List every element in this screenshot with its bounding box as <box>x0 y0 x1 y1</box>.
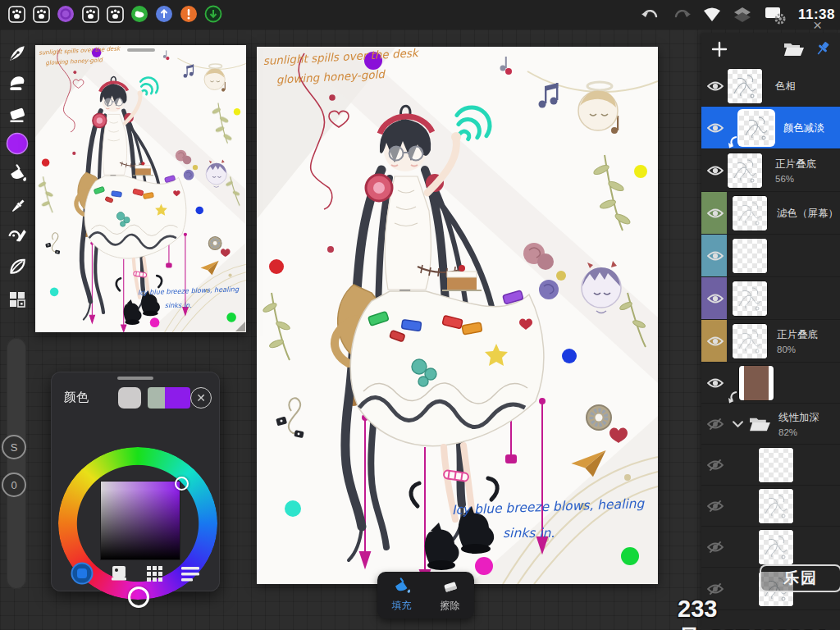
clipping-mask-arrow-icon <box>727 390 738 404</box>
pen-tool[interactable] <box>3 39 31 67</box>
layer-visibility-toggle[interactable] <box>707 541 724 554</box>
add-layer-button[interactable] <box>711 41 728 57</box>
layer-row[interactable] <box>701 486 840 527</box>
layer-thumbnail[interactable] <box>759 530 793 564</box>
artwork <box>257 47 658 584</box>
redo-icon[interactable] <box>672 7 692 22</box>
green-download-app-icon <box>203 4 223 24</box>
layer-row[interactable]: 正片叠底56% <box>701 149 840 192</box>
layer-row[interactable] <box>701 235 840 277</box>
green-cloud-app-icon <box>130 4 149 24</box>
main-canvas[interactable] <box>257 47 658 584</box>
layer-visibility-toggle[interactable] <box>707 377 724 389</box>
erase-label: 擦除 <box>441 599 460 613</box>
color-swatch-single[interactable] <box>118 387 141 409</box>
preview-resize-handle[interactable] <box>235 322 245 331</box>
fill-bucket-tool[interactable] <box>3 161 31 189</box>
layer-visibility-toggle[interactable] <box>707 208 724 219</box>
layer-row[interactable]: 色相 <box>701 66 840 107</box>
drawing-app: sunlight spills over the desk glowing ho… <box>0 0 840 630</box>
layers-header <box>701 33 840 66</box>
layer-visibility-toggle[interactable] <box>707 293 724 304</box>
erase-mode-button[interactable]: 擦除 <box>426 572 474 619</box>
mixer-brush-tool[interactable] <box>3 221 31 249</box>
layer-thumbnail[interactable] <box>733 196 767 231</box>
layer-visibility-toggle[interactable] <box>707 418 724 431</box>
new-folder-button[interactable] <box>783 42 805 57</box>
chevron-down-icon[interactable] <box>733 420 743 427</box>
marker-tool[interactable] <box>3 70 31 98</box>
watermark-id-text: 233号:227428231 <box>678 596 840 630</box>
layer-row[interactable] <box>701 445 840 486</box>
layer-thumbnail[interactable] <box>739 366 774 400</box>
layer-thumbnail[interactable] <box>733 281 767 316</box>
layer-visibility-toggle[interactable] <box>707 582 724 596</box>
layer-thumbnail[interactable] <box>733 239 767 273</box>
group-folder-icon <box>749 416 771 431</box>
slider-o-button[interactable]: 0 <box>2 472 26 497</box>
color-panel: 颜色 ✕ <box>51 372 220 591</box>
layer-thumbnail[interactable] <box>733 324 767 358</box>
current-color-swatch[interactable] <box>3 130 31 158</box>
watermark-badge: 乐园 <box>760 564 840 592</box>
paw-app-icon <box>80 4 100 24</box>
layer-thumbnail[interactable] <box>739 111 774 145</box>
layer-visibility-toggle[interactable] <box>707 250 724 262</box>
sv-selector[interactable] <box>175 477 189 491</box>
layer-thumbnail[interactable] <box>728 69 762 103</box>
panel-drag-handle[interactable] <box>117 377 153 380</box>
paw-app-icon <box>7 4 26 24</box>
color-panel-title: 颜色 <box>64 390 89 405</box>
eraser-icon <box>441 578 460 597</box>
layer-row[interactable] <box>701 277 840 320</box>
layer-row-selected[interactable]: 颜色减淡 <box>701 107 840 149</box>
cast-layers-icon <box>733 7 752 23</box>
layer-visibility-toggle[interactable] <box>707 122 724 134</box>
layer-visibility-toggle[interactable] <box>707 459 724 472</box>
layer-visibility-toggle[interactable] <box>707 80 724 92</box>
clipping-mask-arrow-icon <box>727 135 738 148</box>
slider-s-button[interactable]: S <box>2 435 26 459</box>
quick-action-bar: 填充 擦除 <box>377 572 474 619</box>
paw-app-icon <box>31 4 51 24</box>
close-color-panel-button[interactable]: ✕ <box>190 387 212 409</box>
color-mode-palette[interactable] <box>144 564 164 583</box>
color-mode-disc[interactable] <box>71 562 94 585</box>
vector-leaf-tool[interactable] <box>3 253 31 281</box>
pin-panel-button[interactable] <box>815 40 831 57</box>
layer-visibility-toggle[interactable] <box>707 500 724 513</box>
undo-icon[interactable] <box>641 7 660 22</box>
layer-thumbnail[interactable] <box>728 153 762 188</box>
fill-label: 填充 <box>392 599 412 613</box>
wifi-icon <box>703 7 721 22</box>
orange-alert-app-icon <box>179 4 199 24</box>
screenshot-gear-icon <box>764 5 787 25</box>
color-mode-values[interactable] <box>180 564 201 583</box>
layer-visibility-toggle[interactable] <box>707 336 724 347</box>
close-icon[interactable]: × <box>813 16 822 34</box>
layer-group-row[interactable]: 线性加深82% <box>701 404 840 445</box>
fill-mode-button[interactable]: 填充 <box>377 572 426 619</box>
layer-row[interactable] <box>701 363 840 404</box>
tool-grid[interactable] <box>3 285 31 313</box>
preview-drag-handle[interactable] <box>127 48 155 52</box>
color-swatch-pair[interactable] <box>148 387 190 409</box>
hue-selector[interactable] <box>128 587 149 608</box>
eraser-tool[interactable] <box>3 100 31 128</box>
layer-row[interactable] <box>701 527 840 568</box>
layer-row[interactable]: 滤色（屏幕） <box>701 192 840 235</box>
layer-thumbnail[interactable] <box>759 448 793 482</box>
saturation-value-box[interactable] <box>101 482 180 559</box>
layer-row[interactable]: 正片叠底80% <box>701 320 840 363</box>
brush-size-slider[interactable]: S 0 <box>7 338 26 589</box>
eyedropper-tool[interactable] <box>3 192 31 220</box>
status-bar: 11:38 <box>0 0 840 30</box>
blue-upload-app-icon <box>154 4 174 24</box>
paw-app-icon <box>105 4 125 24</box>
color-mode-classic[interactable] <box>109 564 129 583</box>
reference-artwork <box>35 45 246 332</box>
layer-visibility-toggle[interactable] <box>707 165 724 176</box>
reference-preview-window[interactable] <box>35 45 246 332</box>
purple-app-icon <box>56 4 75 24</box>
layer-thumbnail[interactable] <box>759 489 793 523</box>
